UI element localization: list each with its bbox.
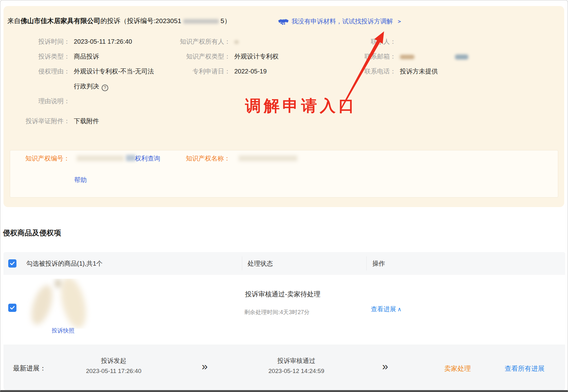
redacted-text [400, 55, 414, 59]
field-label: 投诉类型： [7, 49, 70, 64]
section-title: 侵权商品及侵权项 [3, 228, 61, 238]
timeline-step-initiated: 投诉发起 2023-05-11 17:26:40 [79, 345, 148, 375]
table-row: 投诉快照 投诉审核通过-卖家待处理 剩余处理时间:4天3时27分 查看进展∧ [3, 275, 565, 345]
row-checkbox[interactable] [8, 304, 16, 312]
field-label: 侵权理由： [7, 64, 70, 94]
select-all-checkbox[interactable] [8, 259, 16, 268]
table-header: 勾选被投诉的商品(1),共1个 处理状态 操作 [3, 252, 565, 275]
ip-rights-line: 知识产权编号： 权利查询 知识产权名称： [10, 154, 558, 162]
double-chevron-icon: » [202, 360, 208, 372]
reason-text: 外观设计专利权-不当-无司法行政判决 [74, 68, 154, 90]
redacted-image [55, 279, 60, 288]
title-tail: 5） [221, 17, 231, 24]
field-value [400, 49, 468, 64]
field-contact-email: 联系邮箱： [361, 49, 557, 64]
ip-rights-box: 知识产权编号： 权利查询 知识产权名称： 帮助 [10, 150, 558, 198]
title-mid: 的投诉（投诉编号:2023051 [100, 17, 181, 24]
field-patent-apply-date: 专利申请日： 2022-05-19 [176, 64, 353, 79]
field-label: 联系邮箱： [361, 49, 396, 64]
complainant-company-name: 佛山市佳木居家具有限公司 [21, 17, 100, 24]
redacted-image [27, 283, 56, 327]
download-attachment-link[interactable]: 下载附件 [74, 114, 99, 129]
chevron-right-icon: ＞ [397, 18, 402, 25]
redacted-text [234, 40, 239, 44]
field-value: 2022-05-19 [234, 64, 267, 79]
ip-number-label: 知识产权编号： [25, 154, 70, 162]
complaint-detail-page: 来自佛山市佳木居家具有限公司的投诉（投诉编号:20230515） 我没有申诉 [0, 0, 568, 392]
handshake-icon [278, 17, 288, 25]
mediation-link-label: 我没有申诉材料，试试找投诉方调解 [292, 17, 393, 26]
timeline-label: 最新进展： [13, 364, 46, 372]
field-label: 联系人： [361, 34, 396, 49]
snapshot-link[interactable]: 投诉快照 [52, 327, 74, 334]
field-value: 外观设计专利权 [234, 49, 279, 64]
mediation-link[interactable]: 我没有申诉材料，试试找投诉方调解 ＞ [278, 16, 402, 27]
field-evidence-attachment: 投诉举证附件： 下载附件 [7, 114, 174, 129]
field-ip-owner: 知识产权所有人： [176, 34, 353, 49]
ip-name-label: 知识产权名称： [186, 154, 230, 162]
field-contact-person: 联系人： [361, 34, 557, 49]
status-text: 投诉审核通过-卖家待处理 [245, 289, 320, 299]
redacted-image [56, 279, 91, 329]
complaint-summary-panel: 来自佛山市佳木居家具有限公司的投诉（投诉编号:20230515） 我没有申诉 [3, 6, 564, 207]
timeline-bar: 最新进展： 投诉发起 2023-05-11 17:26:40 » 投诉审核通过 … [3, 345, 565, 390]
column-header-action: 操作 [372, 259, 385, 268]
view-progress-label: 查看进展 [371, 306, 396, 313]
field-label: 理由说明： [7, 94, 70, 109]
redacted-text [77, 155, 124, 161]
field-infringement-reason: 侵权理由： 外观设计专利权-不当-无司法行政判决? [7, 64, 174, 94]
check-icon [10, 262, 15, 265]
detail-column-left: 投诉时间： 2023-05-11 17:26:40 投诉类型： 商品投诉 侵权理… [7, 34, 174, 129]
field-label: 知识产权类型： [176, 49, 230, 64]
field-label: 投诉举证附件： [7, 114, 70, 129]
field-value [234, 34, 239, 49]
detail-column-middle: 知识产权所有人： 知识产权类型： 外观设计专利权 专利申请日： 2022-05-… [176, 34, 353, 79]
field-complaint-time: 投诉时间： 2023-05-11 17:26:40 [7, 34, 174, 49]
page-title: 来自佛山市佳木居家具有限公司的投诉（投诉编号:20230515） [7, 15, 231, 27]
product-image [25, 279, 101, 329]
help-link[interactable]: 帮助 [74, 176, 87, 184]
field-label: 联系电话： [361, 64, 396, 79]
check-icon [10, 306, 15, 310]
annotation-text: 调解申请入口 [245, 97, 357, 115]
field-value: 商品投诉 [74, 49, 99, 64]
step-time: 2023-05-12 14:24:59 [257, 367, 336, 375]
redacted-text [455, 54, 468, 60]
redacted-text [239, 155, 297, 161]
remaining-time: 剩余处理时间:4天3时27分 [244, 308, 310, 316]
timeline-step-approved: 投诉审核通过 2023-05-12 14:24:59 [257, 345, 336, 375]
field-label: 知识产权所有人： [176, 34, 230, 49]
current-stage-label: 卖家处理 [444, 364, 471, 373]
field-value: 2023-05-11 17:26:40 [74, 34, 132, 49]
field-contact-phone: 联系电话： 投诉方未提供 [361, 64, 557, 79]
double-chevron-icon: » [382, 360, 388, 372]
view-all-progress-link[interactable]: 查看所有进展 [505, 364, 545, 373]
field-value: 外观设计专利权-不当-无司法行政判决? [74, 64, 156, 94]
step-name: 投诉发起 [79, 357, 148, 365]
title-prefix: 来自 [7, 17, 21, 24]
step-time: 2023-05-11 17:26:40 [79, 367, 148, 375]
rights-query-link[interactable]: 权利查询 [135, 154, 160, 162]
field-label: 专利申请日： [176, 64, 230, 79]
detail-column-right: 联系人： 联系邮箱： 联系电话： 投诉方未提供 [361, 34, 557, 79]
field-value: 投诉方未提供 [400, 64, 438, 79]
field-reason-note: 理由说明： [7, 94, 174, 109]
field-ip-type: 知识产权类型： 外观设计专利权 [176, 49, 353, 64]
column-header-status: 处理状态 [248, 259, 273, 268]
column-divider [242, 256, 242, 270]
field-complaint-type: 投诉类型： 商品投诉 [7, 49, 174, 64]
field-label: 投诉时间： [7, 34, 70, 49]
view-progress-link[interactable]: 查看进展∧ [371, 305, 401, 314]
step-name: 投诉审核通过 [257, 357, 336, 365]
column-divider [366, 256, 367, 270]
chevron-up-icon: ∧ [397, 306, 401, 313]
redacted-complaint-number [183, 19, 219, 24]
redacted-text [126, 155, 136, 161]
help-icon[interactable]: ? [102, 85, 108, 91]
column-header-selected-products: 勾选被投诉的商品(1),共1个 [26, 259, 103, 268]
